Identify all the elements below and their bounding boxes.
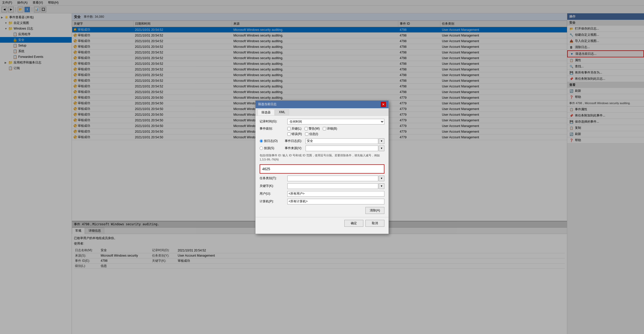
- ok-button[interactable]: 确定: [344, 220, 363, 227]
- form-row-level: 事件级别: 关键(L) 警告(W) 详细(B): [260, 127, 384, 131]
- cb-critical-input[interactable]: [287, 127, 291, 130]
- radio-row-source: 按源(S) 事件来源(V): ▼: [260, 146, 384, 151]
- cb-verbose-input[interactable]: [323, 127, 326, 130]
- time-label: 记录时间(G):: [260, 119, 285, 124]
- cb-error-label: 错误(R): [291, 132, 302, 136]
- cb-critical[interactable]: 关键(L): [287, 127, 301, 131]
- log-input-btn[interactable]: ▼: [379, 138, 384, 144]
- source-field-label: 事件来源(V):: [285, 146, 302, 150]
- radio-source-input[interactable]: [260, 147, 263, 150]
- time-select[interactable]: 任何时间最近一小时最近12小时最近一天最近7天最近30天: [287, 119, 384, 124]
- log-input-group: ▼: [306, 138, 384, 144]
- cancel-button[interactable]: 取消: [365, 220, 384, 227]
- radio-source[interactable]: 按源(S): [260, 146, 283, 150]
- user-input[interactable]: [287, 191, 384, 197]
- form-row-keyword: 关键字(K): ▼: [260, 183, 384, 189]
- cb-warning-label: 警告(W): [309, 127, 320, 131]
- event-id-input[interactable]: [260, 164, 384, 174]
- keyword-input-btn[interactable]: ▼: [379, 183, 384, 189]
- task-input-btn[interactable]: ▼: [379, 176, 384, 181]
- radio-log-label: 按日志(O): [264, 139, 278, 143]
- cb-error-input[interactable]: [287, 132, 291, 136]
- radio-log[interactable]: 按日志(O): [260, 139, 283, 143]
- cb-info-input[interactable]: [305, 132, 308, 136]
- task-input-group: ▼: [287, 176, 384, 181]
- cb-warning-input[interactable]: [305, 127, 308, 130]
- dialog-body: 记录时间(G): 任何时间最近一小时最近12小时最近一天最近7天最近30天 事件…: [255, 116, 389, 217]
- log-input[interactable]: [306, 138, 378, 144]
- cb-error[interactable]: 错误(R): [287, 132, 302, 136]
- keyword-input[interactable]: [287, 183, 378, 189]
- clear-button[interactable]: 清除(A): [365, 207, 384, 214]
- cb-verbose[interactable]: 详细(B): [323, 127, 337, 131]
- form-row-computer: 计算机(P):: [260, 199, 384, 204]
- dialog-footer: 确定 取消: [255, 217, 389, 229]
- dialog-overlay[interactable]: 筛选当前日志 ✕ 筛选器 XML 记录时间(G): 任何时间最近一小时最近12小…: [0, 0, 644, 334]
- dialog-close-button[interactable]: ✕: [381, 102, 386, 107]
- dialog-tab-filter[interactable]: 筛选器: [258, 109, 274, 115]
- level-label: 事件级别:: [260, 127, 285, 131]
- keyword-label: 关键字(K):: [260, 184, 285, 188]
- user-label: 用户(U):: [260, 192, 285, 196]
- computer-label: 计算机(P):: [260, 199, 285, 204]
- task-label: 任务类别(T):: [260, 176, 285, 180]
- dialog-tab-xml[interactable]: XML: [275, 109, 289, 115]
- cb-info-label: 信息(I): [309, 132, 318, 136]
- form-row-task: 任务类别(T): ▼: [260, 176, 384, 181]
- radio-group-log-source: 按日志(O) 事件日志(E): ▼ 按源(S) 事件来源(V):: [260, 138, 384, 151]
- dialog-tabs: 筛选器 XML: [255, 108, 389, 116]
- source-input-btn[interactable]: ▼: [379, 146, 384, 151]
- radio-log-input[interactable]: [260, 139, 263, 143]
- cb-verbose-label: 详细(B): [327, 127, 337, 131]
- form-row-time: 记录时间(G): 任何时间最近一小时最近12小时最近一天最近7天最近30天: [260, 119, 384, 124]
- task-input[interactable]: [287, 176, 378, 181]
- cb-info[interactable]: 信息(I): [305, 132, 318, 136]
- event-id-hint: 包括/排除事件 ID: 输入 ID 号和/或 ID 范围，使用逗号分隔。若要排除…: [260, 153, 384, 162]
- form-row-user: 用户(U):: [260, 191, 384, 197]
- checkbox-group-levels2: 错误(R) 信息(I): [287, 132, 318, 136]
- dialog-title: 筛选当前日志: [258, 102, 277, 106]
- radio-row-log: 按日志(O) 事件日志(E): ▼: [260, 138, 384, 144]
- cb-critical-label: 关键(L): [291, 127, 301, 131]
- computer-input[interactable]: [287, 199, 384, 204]
- form-row-level2: 错误(R) 信息(I): [287, 132, 384, 136]
- log-field-label: 事件日志(E):: [285, 139, 302, 143]
- source-input-group: ▼: [306, 146, 384, 151]
- source-input[interactable]: [306, 146, 378, 151]
- checkbox-group-levels: 关键(L) 警告(W) 详细(B): [287, 127, 337, 131]
- dialog-titlebar: 筛选当前日志 ✕: [255, 101, 389, 108]
- cb-warning[interactable]: 警告(W): [305, 127, 320, 131]
- keyword-input-group: ▼: [287, 183, 384, 189]
- radio-source-label: 按源(S): [264, 146, 274, 150]
- filter-dialog: 筛选当前日志 ✕ 筛选器 XML 记录时间(G): 任何时间最近一小时最近12小…: [255, 100, 389, 234]
